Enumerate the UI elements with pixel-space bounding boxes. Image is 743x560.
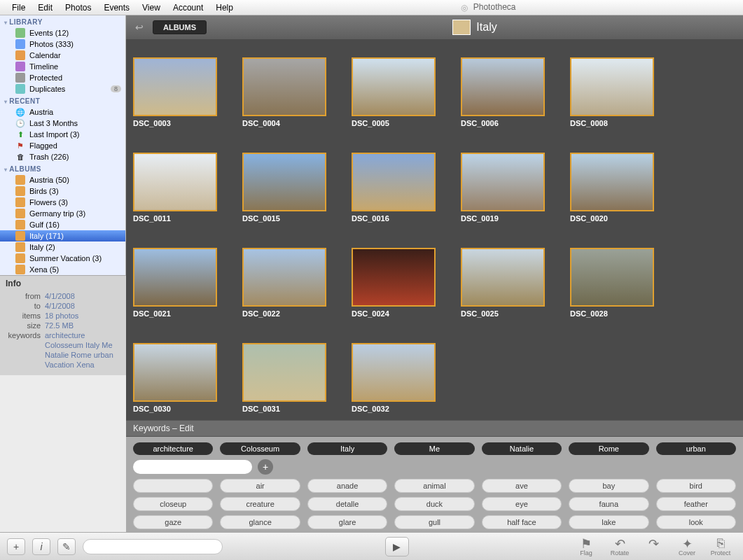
thumbnail[interactable]: DSC_0003 [133,57,217,127]
tool-protect[interactable]: ⎘Protect [705,536,736,556]
sidebar-item-trash-226-[interactable]: 🗑Trash (226) [0,151,125,162]
thumbnail[interactable]: DSC_0006 [461,57,545,127]
play-button[interactable]: ▶ [385,537,409,556]
add-button[interactable]: + [7,538,25,555]
thumb-image[interactable] [242,248,326,307]
thumb-image[interactable] [242,343,326,402]
sidebar-item-last-3-months[interactable]: 🕒Last 3 Months [0,118,125,129]
sidebar-item-calendar[interactable]: Calendar [0,50,125,61]
thumb-image[interactable] [242,153,326,211]
keyword-input[interactable] [133,460,252,474]
thumbnail[interactable]: DSC_0020 [570,153,654,223]
thumbnail[interactable]: DSC_0008 [570,57,654,127]
sidebar-item-birds-3-[interactable]: Birds (3) [0,186,125,197]
sidebar-item-events-12-[interactable]: Events (12) [0,27,125,38]
sidebar-item-flagged[interactable]: ⚑Flagged [0,140,125,151]
thumbnail[interactable]: DSC_0028 [570,248,654,318]
sidebar-section-albums[interactable]: ALBUMS [0,162,125,174]
sidebar-item-austria-50-[interactable]: Austria (50) [0,174,125,186]
thumb-image[interactable] [570,153,654,211]
thumb-image[interactable] [133,57,217,116]
keyword-active[interactable]: Natalie [482,442,562,455]
thumb-image[interactable] [133,248,217,307]
keyword-pool-item[interactable]: gull [394,515,474,529]
keyword-active[interactable]: Rome [569,442,648,455]
keyword-pool-item[interactable]: feather [656,497,736,511]
keyword-pool-item[interactable]: lake [569,515,648,529]
keyword-pool-item[interactable]: gaze [133,515,213,529]
keyword-pool-item[interactable]: animal [394,479,474,493]
thumb-image[interactable] [461,248,545,307]
keyword-active[interactable]: Me [394,442,474,455]
keyword-pool-item[interactable]: glare [307,515,387,529]
search-input[interactable] [83,539,223,554]
keyword-pool-item[interactable]: air [220,479,300,493]
thumb-image[interactable] [133,343,217,402]
thumbnail[interactable]: DSC_0016 [352,153,436,223]
thumbnail[interactable]: DSC_0024 [352,248,436,318]
thumb-image[interactable] [352,343,436,402]
info-button[interactable]: i [32,538,50,555]
sidebar-item-summer-vacation-3-[interactable]: Summer Vacation (3) [0,253,125,264]
add-keyword-button[interactable]: + [258,459,273,475]
menu-photos[interactable]: Photos [59,3,97,13]
thumbnail[interactable]: DSC_0022 [242,248,326,318]
keyword-pool-item[interactable]: creature [220,497,300,511]
keyword-pool-item[interactable]: closeup [133,497,213,511]
thumbnail[interactable]: DSC_0004 [242,57,326,127]
keyword-pool-item[interactable]: fauna [569,497,648,511]
keyword-pool-item[interactable]: detalle [307,497,387,511]
sidebar-section-library[interactable]: LIBRARY [0,15,125,27]
thumb-image[interactable] [242,57,326,116]
keyword-pool-item[interactable]: bird [656,479,736,493]
thumbnail-grid-scroll[interactable]: DSC_0003DSC_0004DSC_0005DSC_0006DSC_0008… [126,39,743,420]
thumb-image[interactable] [352,248,436,307]
sidebar-section-recent[interactable]: RECENT [0,94,125,106]
sidebar-item-xena-5-[interactable]: Xena (5) [0,264,125,275]
sidebar-item-gulf-16-[interactable]: Gulf (16) [0,219,125,230]
menu-events[interactable]: Events [97,3,136,13]
sidebar-item-protected[interactable]: Protected [0,72,125,83]
tool-rotate[interactable]: ↶Rotate [604,536,635,556]
sidebar-item-photos-333-[interactable]: Photos (333) [0,38,125,50]
keyword-pool-item[interactable]: half face [482,515,562,529]
menu-edit[interactable]: Edit [32,3,59,13]
sidebar-item-duplicates[interactable]: Duplicates8 [0,83,125,94]
sidebar-item-flowers-3-[interactable]: Flowers (3) [0,197,125,208]
keyword-pool-item[interactable] [133,479,213,493]
thumb-image[interactable] [352,153,436,211]
sidebar-item-last-import-3-[interactable]: ⬆Last Import (3) [0,129,125,140]
thumbnail[interactable]: DSC_0025 [461,248,545,318]
thumbnail[interactable]: DSC_0019 [461,153,545,223]
thumbnail[interactable]: DSC_0015 [242,153,326,223]
keyword-pool-item[interactable]: eye [482,497,562,511]
keyword-pool-item[interactable]: bay [569,479,648,493]
thumbnail[interactable]: DSC_0032 [352,343,436,413]
keyword-pool-item[interactable]: glance [220,515,300,529]
menu-help[interactable]: Help [209,3,239,13]
tool-cover[interactable]: ✦Cover [672,536,702,556]
keyword-pool-item[interactable]: look [656,515,736,529]
menu-file[interactable]: File [6,3,32,13]
tool-rotate-right[interactable]: ↷ [638,536,669,556]
sidebar-item-timeline[interactable]: Timeline [0,61,125,72]
thumbnail[interactable]: DSC_0011 [133,153,217,223]
thumb-image[interactable] [570,248,654,307]
sidebar-item-germany-trip-3-[interactable]: Germany trip (3) [0,208,125,219]
keyword-pool-item[interactable]: anade [307,479,387,493]
thumb-image[interactable] [570,57,654,116]
breadcrumb-pill[interactable]: ALBUMS [153,20,207,34]
sidebar-item-italy-2-[interactable]: Italy (2) [0,241,125,253]
menu-view[interactable]: View [136,3,167,13]
sidebar-item-austria[interactable]: 🌐Austria [0,106,125,118]
keyword-pool-item[interactable]: ave [482,479,562,493]
thumbnail[interactable]: DSC_0005 [352,57,436,127]
thumb-image[interactable] [352,57,436,116]
sidebar-item-italy-171-[interactable]: Italy (171) [0,230,125,241]
keyword-active[interactable]: architecture [133,442,213,455]
thumbnail[interactable]: DSC_0030 [133,343,217,413]
keyword-active[interactable]: Italy [307,442,387,455]
thumbnail[interactable]: DSC_0031 [242,343,326,413]
thumb-image[interactable] [461,153,545,211]
keyword-active[interactable]: urban [656,442,736,455]
